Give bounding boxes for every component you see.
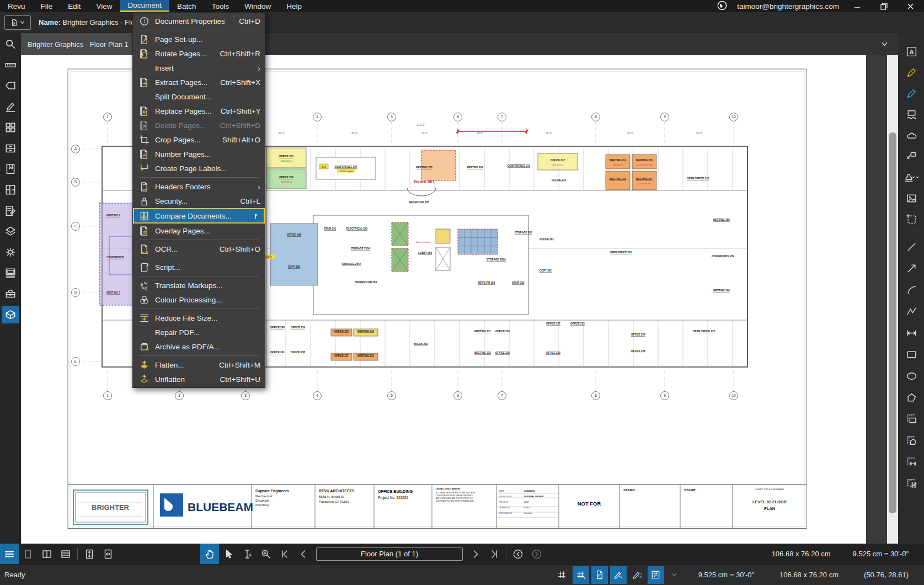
- menu-item-reduce-file-size[interactable]: Reduce File Size...: [133, 311, 265, 325]
- panel-markups-list[interactable]: [2, 202, 19, 220]
- tool-measure-length[interactable]: [903, 454, 920, 470]
- hist-prev-button[interactable]: [509, 544, 527, 564]
- tool-stamp[interactable]: [903, 169, 920, 185]
- file-menu-dropdown[interactable]: [4, 15, 31, 30]
- status-scale[interactable]: 9.525 cm = 30'-0": [698, 571, 754, 579]
- menubar-revu[interactable]: Revu: [0, 0, 33, 12]
- panel-studio[interactable]: [2, 306, 19, 323]
- tool-pen-blue[interactable]: [903, 85, 920, 102]
- fit-width-button[interactable]: [99, 544, 117, 564]
- panel-bookmarks[interactable]: [2, 160, 19, 178]
- panel-windows[interactable]: [2, 264, 19, 282]
- document-tab[interactable]: Brighter Graphics - Floor Plan 1: [21, 33, 138, 55]
- panel-tool-chest[interactable]: [2, 285, 19, 302]
- menu-item-colour-processing[interactable]: Colour Processing...: [133, 292, 265, 307]
- toggle-snap-grid[interactable]: [573, 566, 589, 584]
- tool-highlight-region[interactable]: [903, 106, 920, 123]
- panel-markup-tools[interactable]: [2, 98, 19, 115]
- panel-thumbnails[interactable]: [2, 119, 19, 136]
- tool-line[interactable]: [903, 238, 920, 255]
- menubar-window[interactable]: Window: [237, 0, 279, 12]
- restore-button[interactable]: [875, 0, 892, 12]
- toggle-grid[interactable]: [554, 566, 570, 584]
- tool-polyline[interactable]: [903, 303, 920, 320]
- tool-text-box[interactable]: A: [903, 43, 920, 60]
- scrollbar-thumb[interactable]: [889, 132, 896, 513]
- menubar-help[interactable]: Help: [279, 0, 309, 12]
- vertical-scrollbar[interactable]: [887, 55, 898, 544]
- nav-last-button[interactable]: [485, 544, 504, 564]
- tool-snapshot[interactable]: [903, 211, 920, 227]
- toggle-snap-document[interactable]: [591, 566, 608, 584]
- nav-prev-button[interactable]: [294, 544, 313, 564]
- panel-search[interactable]: [2, 35, 19, 53]
- menu-item-rotate-pages[interactable]: Rotate Pages...Ctrl+Shift+R: [133, 46, 265, 61]
- tool-polygon[interactable]: [903, 389, 920, 406]
- nav-first-button[interactable]: [275, 544, 294, 564]
- tool-measure-polygon[interactable]: [903, 432, 920, 449]
- menubar-document[interactable]: Document: [120, 0, 170, 12]
- tool-callout[interactable]: [903, 148, 920, 164]
- account-email[interactable]: taimoor@brightergraphics.com: [737, 2, 839, 10]
- tool-image[interactable]: [903, 190, 920, 206]
- tool-arc[interactable]: [903, 281, 920, 298]
- menu-item-extract-pages[interactable]: Extract Pages...Ctrl+Shift+X: [133, 75, 265, 89]
- tool-count[interactable]: [903, 475, 920, 492]
- fit-page-button[interactable]: [80, 544, 99, 564]
- tool-arrow[interactable]: [903, 260, 920, 276]
- zoom-in-button[interactable]: [257, 544, 275, 564]
- panel-layers[interactable]: [2, 222, 19, 240]
- menu-item-split-document[interactable]: Split Document...: [133, 89, 265, 104]
- menubar-tools[interactable]: Tools: [204, 0, 237, 12]
- single-page-button[interactable]: [19, 544, 38, 564]
- menu-item-number-pages[interactable]: #Number Pages...: [133, 147, 265, 161]
- panel-file-access[interactable]: [2, 140, 19, 157]
- hist-next-button[interactable]: [527, 544, 546, 564]
- page-navigation-box[interactable]: Floor Plan (1 of 1): [316, 547, 463, 561]
- close-button[interactable]: [902, 0, 918, 12]
- menu-item-overlay-pages[interactable]: Overlay Pages...: [133, 224, 265, 238]
- menu-item-crop-pages[interactable]: Crop Pages...Shift+Alt+O: [133, 132, 265, 147]
- tool-ellipse[interactable]: [903, 368, 920, 384]
- nav-next-button[interactable]: [466, 544, 485, 564]
- select-text-button[interactable]: A: [238, 544, 257, 564]
- menubar-view[interactable]: View: [89, 0, 120, 12]
- pan-hand-button[interactable]: [200, 544, 219, 564]
- menu-item-compare-documents[interactable]: ABCompare Documents...: [133, 208, 265, 224]
- menu-item-insert[interactable]: Insert›: [133, 61, 265, 75]
- menu-item-delete-pages[interactable]: Delete Pages...Ctrl+Shift+D: [133, 118, 265, 132]
- menu-item-archive-as-pdf-a[interactable]: AArchive as PDF/A...: [133, 339, 265, 354]
- menu-item-ocr[interactable]: OCROCR...Ctrl+Shift+O: [133, 242, 265, 256]
- menubar-edit[interactable]: Edit: [60, 0, 88, 12]
- menu-item-unflatten[interactable]: UnflattenCtrl+Shift+U: [133, 372, 265, 386]
- minimize-button[interactable]: [849, 0, 866, 12]
- menu-item-script[interactable]: Script...: [133, 260, 265, 274]
- tab-overflow-chevron-icon[interactable]: [881, 40, 888, 50]
- tool-measure-area[interactable]: [903, 411, 920, 427]
- panel-settings[interactable]: [2, 243, 19, 261]
- menu-item-create-page-labels[interactable]: *Create Page Labels...: [133, 161, 265, 176]
- menu-item-security[interactable]: Security...Ctrl+L: [133, 194, 265, 208]
- menu-item-document-properties[interactable]: iDocument PropertiesCtrl+D: [133, 14, 265, 28]
- menu-item-flatten[interactable]: Flatten...Ctrl+Shift+M: [133, 358, 265, 372]
- menu-item-replace-pages[interactable]: Replace Pages...Ctrl+Shift+Y: [133, 104, 265, 118]
- menubar-file[interactable]: File: [33, 0, 61, 12]
- menu-item-page-set-up[interactable]: Page Set-up...: [133, 32, 265, 46]
- menubar-batch[interactable]: Batch: [169, 0, 204, 12]
- sync-options-chevron[interactable]: [666, 566, 683, 584]
- split-horizontal-button[interactable]: [56, 544, 75, 564]
- menu-list-button[interactable]: [0, 544, 19, 564]
- panel-properties-tag[interactable]: [2, 77, 19, 94]
- menu-item-headers-footers[interactable]: Headers Footers›: [133, 179, 265, 194]
- panel-spaces[interactable]: [2, 181, 19, 199]
- tool-dimension[interactable]: [903, 325, 920, 341]
- menu-item-translate-markups[interactable]: axTranslate Markups...: [133, 278, 265, 292]
- pin-icon[interactable]: [252, 212, 259, 220]
- toggle-sync-views[interactable]: [648, 566, 664, 584]
- select-arrow-button[interactable]: [219, 544, 238, 564]
- tool-rectangle[interactable]: [903, 346, 920, 363]
- toggle-snap-markup[interactable]: [610, 566, 627, 584]
- toggle-pen-mode[interactable]: [629, 566, 645, 584]
- tool-pen-yellow[interactable]: [903, 64, 920, 81]
- split-vertical-button[interactable]: [38, 544, 56, 564]
